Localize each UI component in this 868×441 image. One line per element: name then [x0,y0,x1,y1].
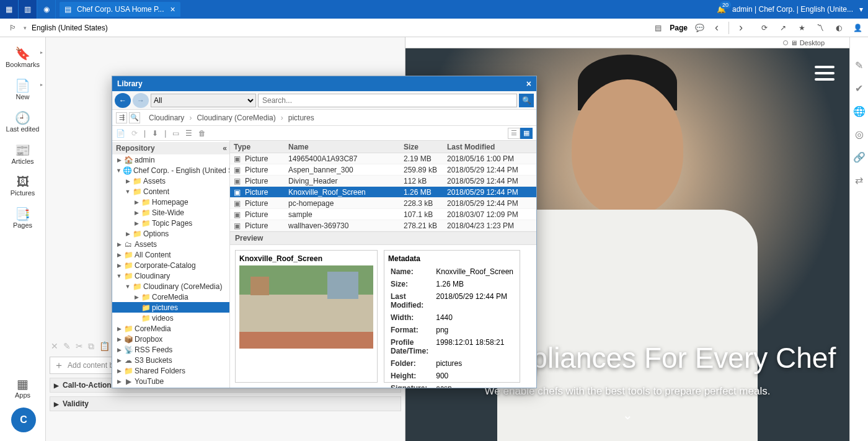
nav-back-icon[interactable]: ← [115,93,131,108]
tree-node[interactable]: ▶📁Assets [112,176,229,186]
globe-rail-icon[interactable]: 🌐 [853,105,866,117]
refresh-icon[interactable]: ⟳ [759,22,770,33]
edit-rail-icon[interactable]: ✎ [855,60,863,71]
chevron-down-icon[interactable]: ▾ [24,25,27,31]
sidebar-item-lastedited[interactable]: 🕘Last edited [0,110,45,133]
tree-node[interactable]: ▶📁Corporate-Catalog [112,260,229,270]
file-row[interactable]: ▣Picture14965400A1A93C872.19 MB2018/05/1… [230,153,536,164]
tree-node[interactable]: ▶📁Topic Pages [112,218,229,228]
breadcrumb-1[interactable]: Cloudinary (CoreMedia) [197,114,275,122]
tree-node[interactable]: ▼🌐Chef Corp. - English (United States) [112,165,229,176]
user-label[interactable]: admin | Chef Corp. | English (Unite... [732,5,853,14]
preview-header: Preview [235,234,263,243]
sidebar-item-bookmarks[interactable]: 🔖Bookmarks▸ [0,46,45,68]
prev-icon[interactable]: ‹ [711,22,722,33]
preview-ruler[interactable]: 🖥 Desktop [405,37,849,48]
tree-node[interactable]: ▶📁CoreMedia [112,292,229,302]
next-icon[interactable]: › [735,22,746,33]
grid-view-icon[interactable]: ▦ [520,128,533,139]
tree-node[interactable]: ▶📁CoreMedia [112,323,229,334]
col-size[interactable]: Size [400,141,443,153]
brand-logo[interactable]: C [11,408,36,432]
notifications-icon[interactable]: 🔔20 [717,5,726,14]
tab-close-icon[interactable]: × [170,4,175,14]
document-tab[interactable]: ▤ Chef Corp. USA Home P... × [60,2,180,17]
tree-node[interactable]: ▶📁Options [112,228,229,239]
refresh-icon[interactable]: ⟳ [131,129,138,138]
link-rail-icon[interactable]: 🔗 [853,151,866,163]
delete-icon[interactable]: 🗑 [198,129,206,138]
site-menu-icon[interactable] [815,66,835,81]
user-icon[interactable]: 👤 [852,22,863,33]
col-mod[interactable]: Last Modified [443,141,536,153]
filter-select[interactable]: All [151,94,256,107]
breadcrumb-2[interactable]: pictures [288,114,314,122]
sidebar-item-new[interactable]: 📄New▸ [0,78,45,100]
tree-mode-icon[interactable]: ⇶ [116,112,127,123]
search-icon[interactable]: 🔍 [519,94,534,107]
breadcrumb-0[interactable]: Cloudinary [149,114,184,122]
sidebar-item-apps[interactable]: ▦Apps [0,376,45,399]
file-row[interactable]: ▣Picturepc-homepage228.3 kB2018/05/29 12… [230,198,536,209]
copy-icon[interactable]: ⧉ [88,341,94,352]
tree-node[interactable]: ▶🏠admin [112,154,229,165]
tree-node[interactable]: ▼📁Content [112,186,229,197]
file-row[interactable]: ▣Picturesample107.1 kB2018/03/07 12:09 P… [230,209,536,220]
preview-thumbnail-card: Knoxville_Roof_Screen [235,250,378,383]
star-icon[interactable]: ★ [796,22,807,33]
share-rail-icon[interactable]: ⇄ [855,174,863,186]
file-row[interactable]: ▣PictureDiving_Header112 kB2018/05/29 12… [230,176,536,187]
tree-node[interactable]: ▶☁S3 Buckets [112,355,229,365]
metadata-card: Metadata Name:Knoxville_Roof_ScreenSize:… [384,250,520,383]
collapse-icon[interactable]: « [223,144,227,153]
col-type[interactable]: Type [230,141,285,153]
download-icon[interactable]: ⬇ [152,129,158,138]
col-name[interactable]: Name [285,141,400,153]
sidebar-item-articles[interactable]: 📰Articles [0,143,45,165]
sidebar-item-pictures[interactable]: 🖼Pictures [0,175,45,197]
paste-icon[interactable]: 📋 [99,341,110,352]
tree-node[interactable]: 📁pictures [112,302,229,313]
apps-grid-icon[interactable]: ▦ [0,0,19,19]
sites-icon[interactable]: ▥ [19,0,37,19]
tree-node[interactable]: 📁videos [112,313,229,323]
target-icon[interactable]: ◉ [37,0,56,19]
file-row[interactable]: ▣Picturewallhaven-369730278.21 kB2018/04… [230,220,536,231]
search-mode-icon[interactable]: 🔍 [129,112,140,123]
sidebar-item-pages[interactable]: 📑Pages [0,207,45,229]
search-input[interactable] [258,94,517,107]
view-list-icon[interactable]: ☰ [185,129,192,138]
open-external-icon[interactable]: ↗ [777,22,789,33]
user-dropdown-icon[interactable]: ▾ [859,5,863,14]
target-rail-icon[interactable]: ◎ [855,128,864,140]
chart-icon[interactable]: 〽 [815,22,826,33]
edit-icon[interactable]: ✎ [63,341,71,352]
view-card-icon[interactable]: ▭ [172,129,179,138]
file-row[interactable]: ▣PictureKnoxville_Roof_Screen1.26 MB2018… [230,187,536,198]
tree-node[interactable]: ▶▶YouTube [112,376,229,386]
tree-node[interactable]: ▶📁Homepage [112,197,229,207]
tree-node[interactable]: ▶🗂Assets [112,239,229,249]
close-icon[interactable]: × [526,79,531,89]
tree-node[interactable]: ▼📁Cloudinary [112,270,229,281]
cut-icon[interactable]: ✂ [76,341,83,352]
check-rail-icon[interactable]: ✔ [855,82,863,94]
pie-icon[interactable]: ◐ [833,22,844,33]
list-view-icon[interactable]: ☰ [508,128,520,139]
comment-icon[interactable]: 💬 [694,22,705,33]
tree-node[interactable]: ▶📦Dropbox [112,334,229,344]
nav-forward-icon[interactable]: → [133,93,149,108]
library-titlebar[interactable]: Library × [112,76,536,91]
tree-node[interactable]: ▶📡RSS Feeds [112,344,229,355]
tree-node[interactable]: ▶📁Shared Folders [112,365,229,376]
flag-icon[interactable]: 🏳 [7,22,19,33]
delete-icon[interactable]: ✕ [51,341,58,352]
tree-node[interactable]: ▶📁Site-Wide [112,207,229,218]
new-doc-icon[interactable]: 📄 [116,129,125,138]
scroll-down-icon[interactable]: ⌄ [622,408,633,422]
tree-node[interactable]: ▼📁Cloudinary (CoreMedia) [112,281,229,292]
file-row[interactable]: ▣PictureAspen_banner_300259.89 kB2018/05… [230,164,536,176]
tree-node[interactable]: ▶📁All Content [112,249,229,260]
repository-tree: Repository« ▶🏠admin▼🌐Chef Corp. - Englis… [112,141,230,388]
accordion-validity[interactable]: ▶Validity [50,396,401,411]
